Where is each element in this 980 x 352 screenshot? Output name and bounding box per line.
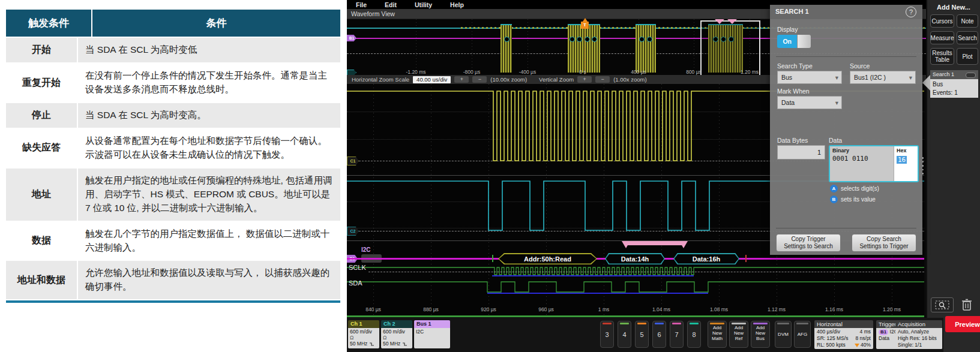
table-row: 地址和数据 允许您输入地址和数据值以及读取与写入， 以捕获感兴趣的确切事件。: [6, 261, 340, 299]
binary-label: Binary: [832, 148, 891, 154]
add-new-math-button[interactable]: Add New Math: [708, 321, 727, 348]
channel-5-button[interactable]: 5: [635, 321, 649, 348]
row-desc: 从设备通常配置为在每个地址和数据字节后传输一个确认。示波器可以在从设备未生成确认…: [78, 129, 340, 167]
hex-label: Hex: [897, 148, 915, 154]
search-panel-titlebar[interactable]: SEARCH 1: [770, 5, 922, 19]
add-note-button[interactable]: Note: [957, 14, 978, 28]
copy-trigger-to-search-button[interactable]: Copy Trigger Settings to Search: [776, 234, 841, 252]
binary-value[interactable]: 0001 0110: [832, 155, 891, 163]
v-zoom-minus-button[interactable]: −: [595, 76, 610, 83]
row-label: 开始: [6, 38, 77, 62]
table-row: 重复开始 在没有前一个停止条件的情况下发生开始条件。通常是当主设备发送多条消息而…: [6, 64, 340, 102]
badge-line2: Events: 1: [933, 89, 976, 97]
h-zoom-scale-value[interactable]: 40.00 us/div: [413, 76, 451, 83]
preview-button[interactable]: Preview: [945, 316, 980, 332]
ch2-badge[interactable]: Ch 2 600 m/div Ω 50 MHz: [381, 320, 412, 348]
channel-3-button[interactable]: 3: [600, 321, 614, 348]
horizontal-panel[interactable]: Horizontal 400 µs/div4 ms SR: 125 MS/s8 …: [814, 320, 873, 349]
menu-utility[interactable]: Utility: [406, 1, 441, 8]
row-label: 重复开始: [6, 64, 77, 102]
table-bottom-border: [6, 300, 340, 303]
row-label: 数据: [6, 222, 77, 260]
badge-pointer-icon: [922, 75, 930, 91]
source-dropdown[interactable]: Bus1 (I2C ): [850, 71, 916, 84]
b1-badge: B1: [879, 329, 888, 335]
ch1-badge[interactable]: Ch 1 600 m/div Ω 50 MHz: [348, 320, 379, 348]
bus1-marker[interactable]: B1: [347, 35, 356, 41]
sclk-label: SCLK: [349, 264, 366, 271]
h-zoom-plus-button[interactable]: +: [454, 76, 469, 83]
trigger-position-line: [585, 23, 585, 74]
b-key-icon: B: [830, 195, 838, 203]
menu-edit[interactable]: Edit: [376, 1, 406, 8]
falling-edge-icon: [369, 342, 374, 347]
row-label: 缺失应答: [6, 129, 77, 167]
search1-badge[interactable]: Search 1 Bus Events: 1: [930, 70, 978, 98]
sda-digital-trace: [347, 282, 924, 292]
add-new-ref-button[interactable]: Add New Ref: [729, 321, 748, 348]
decode-bubble-data: Data:16h: [673, 253, 739, 264]
impedance-icon: Ω: [350, 335, 377, 341]
channel-8-button[interactable]: 8: [687, 321, 701, 348]
screen: 触发条件 条件 开始 当 SDA 在 SCL 为高时变低 重复开始 在没有前一个…: [0, 0, 980, 352]
trigger-condition-table: 触发条件 条件 开始 当 SDA 在 SCL 为高时变低 重复开始 在没有前一个…: [6, 10, 340, 303]
bus1-badge[interactable]: Bus 1 I2C: [414, 320, 450, 348]
menu-help[interactable]: Help: [441, 1, 473, 8]
binary-field[interactable]: Binary 0001 0110: [830, 146, 894, 181]
channel-7-button[interactable]: 7: [670, 321, 684, 348]
i2c-trigger-table-pane: 触发条件 条件 开始 当 SDA 在 SCL 为高时变低 重复开始 在没有前一个…: [0, 0, 347, 352]
row-desc: 当 SDA 在 SCL 为高时变低: [78, 38, 340, 62]
add-search-button[interactable]: Search: [957, 31, 978, 44]
mark-when-label: Mark When: [777, 88, 810, 95]
table-row: 开始 当 SDA 在 SCL 为高时变低: [6, 38, 340, 62]
tab-waveform-view[interactable]: Waveform View: [347, 10, 395, 17]
channel-4-button[interactable]: 4: [618, 321, 631, 348]
add-results-table-button[interactable]: Results Table: [930, 48, 954, 65]
axis-tick: 840 µs: [365, 306, 381, 312]
dvm-button[interactable]: DVM: [775, 321, 792, 348]
hex-field[interactable]: Hex 16: [894, 146, 918, 181]
add-cursors-button[interactable]: Cursors: [930, 14, 954, 28]
search-mark-icon: [715, 19, 724, 24]
display-toggle[interactable]: On: [777, 35, 811, 48]
search-type-dropdown[interactable]: Bus: [777, 71, 842, 84]
sclk-low-level: [492, 275, 694, 276]
zoom-region-box[interactable]: [700, 20, 760, 77]
results-sidebar: Add New... Cursors Note Measure Search R…: [926, 0, 980, 352]
trigger-marker-icon[interactable]: T: [581, 22, 589, 29]
add-measure-button[interactable]: Measure: [930, 31, 954, 44]
add-new-bus-button[interactable]: Add New Bus: [751, 321, 770, 348]
table-row: 停止 当 SDA 在 SCL 为高时变高。: [6, 103, 340, 128]
menu-file[interactable]: File: [347, 1, 376, 8]
badge-toggle[interactable]: [966, 73, 976, 78]
search-result-band: [624, 241, 685, 245]
copy-search-to-trigger-button[interactable]: Copy Search Settings to Trigger: [852, 234, 916, 252]
falling-edge-icon: [402, 342, 407, 347]
axis-tick: 960 µs: [538, 306, 554, 312]
row-desc: 当 SDA 在 SCL 为高时变高。: [78, 103, 340, 128]
table-header-row: 触发条件 条件: [6, 10, 340, 37]
data-entry-box: Binary 0001 0110 Hex 16: [829, 145, 919, 182]
header-condition: 条件: [92, 10, 340, 37]
help-icon[interactable]: ?: [906, 7, 916, 17]
gridline: [416, 19, 416, 68]
axis-tick: 1.12 ms: [768, 306, 786, 312]
add-plot-button[interactable]: Plot: [957, 48, 978, 65]
axis-tick: -800 µs: [463, 69, 481, 75]
row-desc: 触发在用户指定的地址或任何预编程的特殊地址, 包括通用调用、启动字节、HS 模式…: [78, 169, 340, 221]
afg-button[interactable]: AFG: [794, 321, 811, 348]
zoom-select-button[interactable]: [931, 297, 954, 312]
delete-button[interactable]: [958, 296, 975, 312]
h-zoom-minus-button[interactable]: −: [472, 76, 487, 83]
data-bytes-field[interactable]: 1: [777, 145, 825, 160]
overview-burst: [568, 24, 600, 73]
hex-value-selected[interactable]: 16: [897, 156, 907, 164]
hint-b: B sets its value: [830, 195, 876, 203]
axis-tick: 1.08 ms: [710, 306, 728, 312]
v-zoom-plus-button[interactable]: +: [577, 76, 592, 83]
graticule-bottom-border: [347, 315, 924, 317]
channel-6-button[interactable]: 6: [652, 321, 666, 348]
acquisition-panel[interactable]: Acquisition Auto, Analyze High Res: 16 b…: [895, 320, 942, 349]
axis-tick: 1 ms: [598, 306, 609, 312]
mark-when-dropdown[interactable]: Data: [777, 96, 842, 109]
